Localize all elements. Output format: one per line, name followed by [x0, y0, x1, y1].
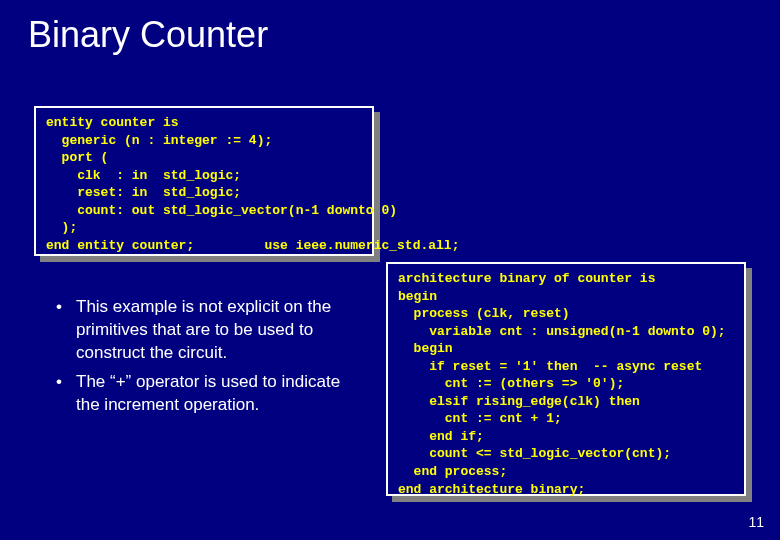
- bullet-list: • This example is not explicit on the pr…: [54, 296, 368, 423]
- slide-title: Binary Counter: [0, 0, 780, 56]
- bullet-text: This example is not explicit on the prim…: [76, 296, 368, 365]
- list-item: • This example is not explicit on the pr…: [54, 296, 368, 365]
- page-number: 11: [748, 514, 764, 530]
- architecture-code-block: architecture binary of counter is begin …: [386, 262, 746, 496]
- entity-code-block: entity counter is generic (n : integer :…: [34, 106, 374, 256]
- bullet-text: The “+” operator is used to indicate the…: [76, 371, 368, 417]
- bullet-icon: •: [54, 296, 76, 365]
- list-item: • The “+” operator is used to indicate t…: [54, 371, 368, 417]
- bullet-icon: •: [54, 371, 76, 417]
